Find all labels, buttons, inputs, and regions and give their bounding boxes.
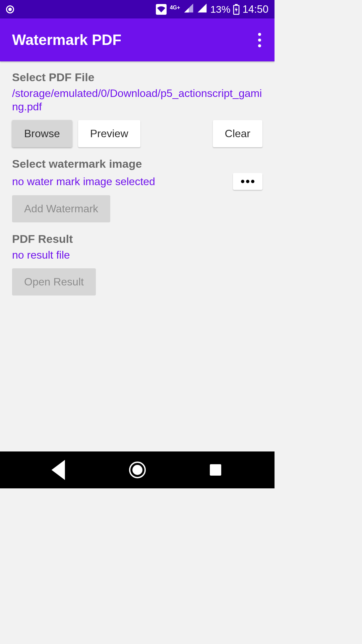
selected-pdf-path: /storage/emulated/0/Download/p5_actionsc…: [12, 87, 262, 113]
navigation-bar: [0, 451, 275, 488]
notification-dot-icon: [6, 5, 14, 13]
nav-home-button[interactable]: [124, 457, 151, 483]
battery-percent: 13%: [210, 4, 230, 15]
open-result-button[interactable]: Open Result: [12, 268, 96, 296]
select-watermark-label: Select watermark image: [12, 157, 262, 170]
network-type-label: 4G+: [170, 5, 180, 11]
browse-button[interactable]: Browse: [12, 120, 72, 147]
watermark-more-button[interactable]: [233, 173, 262, 190]
select-pdf-label: Select PDF File: [12, 71, 262, 84]
main-content: Select PDF File /storage/emulated/0/Down…: [0, 61, 275, 312]
overflow-menu-button[interactable]: [254, 29, 265, 51]
status-bar: 4G+ 13% 14:50: [0, 0, 275, 18]
nav-back-button[interactable]: [46, 457, 73, 483]
svg-rect-1: [235, 4, 238, 5]
clock: 14:50: [242, 3, 268, 15]
clear-button[interactable]: Clear: [213, 120, 262, 147]
result-status: no result file: [12, 248, 262, 262]
signal-icon-2: [197, 3, 207, 16]
pdf-result-label: PDF Result: [12, 232, 262, 246]
preview-button[interactable]: Preview: [78, 120, 140, 147]
wifi-icon: [156, 4, 167, 15]
nav-recent-button[interactable]: [202, 457, 229, 483]
watermark-status: no water mark image selected: [12, 175, 233, 188]
signal-icon-1: [183, 3, 194, 16]
add-watermark-button[interactable]: Add Watermark: [12, 195, 110, 222]
app-bar: Watermark PDF: [0, 18, 275, 61]
app-title: Watermark PDF: [12, 32, 121, 48]
battery-charging-icon: [233, 4, 240, 15]
